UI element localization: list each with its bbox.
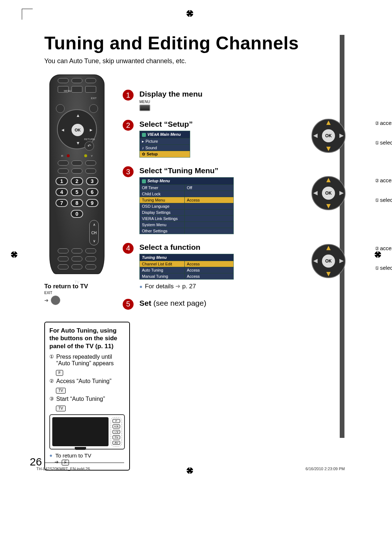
tuning-auto-val: Access bbox=[185, 267, 233, 273]
panel-btn-dn: −/∨ bbox=[113, 430, 120, 434]
dpad-illustration: OK bbox=[310, 118, 347, 154]
remote-return-button: ↶ bbox=[85, 141, 94, 151]
arrow-icon: ➜ bbox=[175, 283, 182, 290]
exit-button-icon bbox=[51, 296, 60, 305]
page-number-rule bbox=[44, 463, 124, 463]
remote-r-label: R bbox=[61, 154, 63, 158]
page-number: 26 bbox=[30, 456, 42, 468]
dpad-illustration: OK bbox=[310, 175, 347, 211]
step5-title: Set (see next page) bbox=[139, 299, 336, 308]
sidebox-return-text: To return to TV bbox=[55, 452, 91, 459]
step-number-5: 5 bbox=[123, 299, 134, 310]
tuning-manual-tuning: Manual Tuning bbox=[140, 273, 185, 279]
sidebox-step1-text: Press repeatedly until “Auto Tuning” app… bbox=[56, 354, 125, 367]
registration-mark-right bbox=[373, 250, 383, 259]
tv-side-panel-illustration: F +/∧ −/∨ TV AV bbox=[49, 414, 125, 449]
auto-tuning-side-panel-box: For Auto Tuning, using the buttons on th… bbox=[44, 322, 130, 471]
sidebox-step2-text: Access “Auto Tuning” bbox=[56, 378, 111, 385]
setup-child-lock: Child Lock bbox=[140, 191, 185, 197]
remote-digit-7: 7 bbox=[56, 199, 68, 207]
step-number-2: 2 bbox=[123, 120, 134, 131]
remote-y-label: Y bbox=[91, 154, 93, 158]
tuning-auto-tuning: Auto Tuning bbox=[140, 267, 185, 273]
menu-setup: Setup bbox=[147, 152, 158, 156]
menu-picture: Picture bbox=[146, 139, 158, 143]
step-number-4: 4 bbox=[123, 243, 134, 254]
access-num: ② bbox=[375, 121, 379, 126]
step1-title: Display the menu bbox=[139, 90, 336, 98]
tuning-cle-val: Access bbox=[185, 261, 233, 267]
bullet-icon: ● bbox=[139, 284, 142, 289]
select-num: ① bbox=[375, 265, 379, 271]
main-menu-osd: VIEʀA Main Menu ▸Picture ♪Sound ✿Setup bbox=[139, 131, 190, 158]
select-num: ① bbox=[375, 140, 379, 146]
sidebox-title: For Auto Tuning, using the buttons on th… bbox=[49, 327, 125, 350]
setup-viera-link: VIERA Link Settings bbox=[140, 216, 185, 221]
dpad-select-label: select bbox=[380, 197, 392, 203]
arrow-icon: ➜ bbox=[44, 297, 49, 303]
setup-off-timer: Off Timer bbox=[140, 185, 185, 191]
menu-button-icon bbox=[139, 105, 150, 111]
menu-sound: Sound bbox=[146, 146, 157, 150]
step3-title: Select “Tuning Menu” bbox=[139, 166, 336, 175]
svg-text:OK: OK bbox=[325, 191, 332, 196]
dpad-select-label: select bbox=[380, 265, 392, 271]
access-num: ② bbox=[375, 178, 379, 183]
panel-btn-av: AV bbox=[113, 441, 120, 445]
remote-digit-4: 4 bbox=[56, 188, 68, 196]
remote-ok-button: OK bbox=[72, 124, 84, 136]
remote-menu-label: MENU bbox=[64, 90, 72, 92]
remote-brand: Panasonic bbox=[50, 274, 104, 280]
remote-digit-1: 1 bbox=[56, 177, 68, 185]
step-number-1: 1 bbox=[123, 90, 134, 101]
osd-title: VIEʀA Main Menu bbox=[147, 132, 181, 137]
setup-off-timer-val: Off bbox=[185, 185, 233, 191]
sidebox-btn-tv-2: TV bbox=[56, 406, 66, 411]
page-edge-tab bbox=[340, 35, 344, 438]
remote-digit-6: 6 bbox=[86, 188, 98, 196]
sidebox-step3-text: Start “Auto Tuning” bbox=[56, 396, 105, 402]
osd-title-setup: Setup Menu bbox=[147, 179, 170, 183]
page-title: Tuning and Editing Channels bbox=[44, 33, 336, 54]
footer-timestamp: 6/16/2010 2:23:09 PM bbox=[306, 467, 345, 471]
sidebox-step3-num: ③ bbox=[49, 396, 54, 402]
remote-digit-9: 9 bbox=[86, 199, 98, 207]
select-num: ① bbox=[375, 198, 379, 203]
registration-mark-left bbox=[9, 250, 19, 259]
panel-btn-up: +/∧ bbox=[113, 424, 120, 428]
dpad-access-label: access bbox=[380, 177, 392, 183]
setup-tuning-menu-val: Access bbox=[185, 197, 233, 203]
step4-note-prefix: For details bbox=[145, 283, 173, 290]
arrow-icon: ➜ bbox=[54, 459, 59, 465]
return-to-tv-exit-label: EXIT bbox=[44, 291, 110, 295]
setup-other-settings: Other Settings bbox=[140, 228, 185, 234]
remote-return-label: RETURN bbox=[84, 138, 95, 141]
dpad-access-label: access bbox=[380, 120, 392, 126]
svg-point-12 bbox=[376, 253, 379, 256]
dpad-select-label: select bbox=[380, 139, 392, 146]
remote-tv-label: TV bbox=[50, 280, 104, 284]
remote-illustration: MENU EXIT ▲▼ ◄► OK RETURN ↶ R bbox=[49, 74, 105, 274]
bullet-icon: ● bbox=[49, 452, 52, 458]
setup-display-settings: Display Settings bbox=[140, 209, 185, 215]
setup-menu-osd: Setup Menu Off TimerOff Child Lock Tunin… bbox=[139, 177, 234, 234]
remote-digit-2: 2 bbox=[71, 177, 83, 185]
setup-system-menu: System Menu bbox=[140, 222, 185, 228]
step-number-3: 3 bbox=[123, 166, 134, 177]
step5-title-bold: Set bbox=[139, 299, 151, 307]
remote-exit-label: EXIT bbox=[91, 97, 97, 99]
setup-tuning-menu: Tuning Menu bbox=[140, 197, 185, 203]
tuning-menu-osd: Tuning Menu Channel List EditAccess Auto… bbox=[139, 254, 234, 280]
dpad-ok-label: OK bbox=[325, 133, 332, 138]
intro-text: You can Auto Tune, skip unwanted channel… bbox=[44, 57, 336, 65]
sidebox-step2-num: ② bbox=[49, 378, 54, 385]
access-num: ② bbox=[375, 246, 379, 251]
crop-mark bbox=[22, 9, 33, 20]
svg-text:OK: OK bbox=[325, 259, 332, 264]
dpad-access-label: access bbox=[380, 245, 392, 251]
remote-dpad: ▲▼ ◄► OK RETURN ↶ bbox=[57, 109, 97, 149]
panel-btn-tv: TV bbox=[113, 435, 120, 439]
footer-file: TH-L42S20KMRT_EN.indd 26 bbox=[36, 467, 90, 471]
step1-menu-label: MENU bbox=[139, 100, 336, 104]
osd-title-tuning: Tuning Menu bbox=[142, 255, 167, 260]
